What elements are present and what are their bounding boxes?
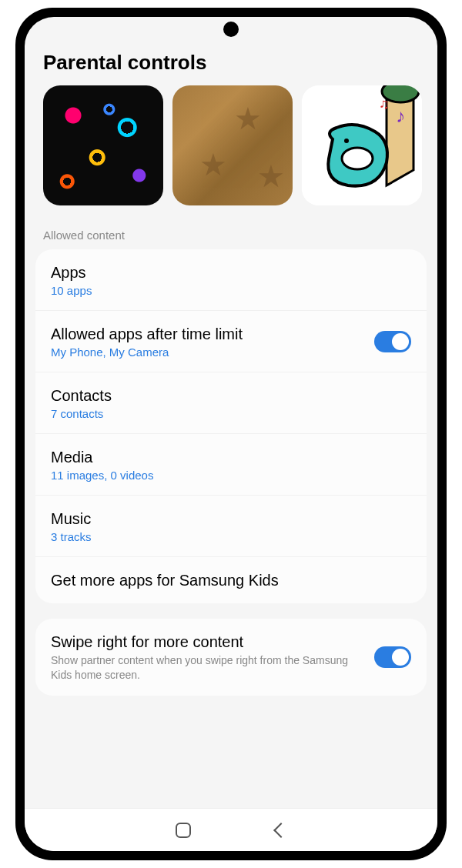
get-more-title: Get more apps for Samsung Kids: [51, 570, 411, 590]
thumbnail-space-doodles[interactable]: [43, 85, 163, 205]
navigation-bar: [25, 808, 437, 851]
svg-point-3: [344, 139, 349, 143]
swipe-title: Swipe right for more content: [51, 632, 363, 652]
row-allowed-after-limit[interactable]: Allowed apps after time limit My Phone, …: [35, 311, 427, 372]
row-music[interactable]: Music 3 tracks: [35, 496, 427, 557]
nav-back-icon[interactable]: [273, 823, 289, 838]
thumbnail-row[interactable]: ♪ ♫: [25, 85, 437, 221]
row-get-more-apps[interactable]: Get more apps for Samsung Kids: [35, 557, 427, 603]
section-allowed-content-header: Allowed content: [25, 221, 437, 249]
media-title: Media: [51, 447, 411, 467]
allowed-after-limit-title: Allowed apps after time limit: [51, 324, 363, 344]
phone-frame: Parental controls ♪ ♫: [15, 8, 447, 860]
music-title: Music: [51, 509, 411, 529]
row-media[interactable]: Media 11 images, 0 videos: [35, 434, 427, 496]
camera-notch: [223, 22, 239, 37]
contacts-title: Contacts: [51, 386, 411, 406]
content-scroll[interactable]: Parental controls ♪ ♫: [25, 17, 437, 808]
row-swipe-right[interactable]: Swipe right for more content Show partne…: [35, 619, 427, 696]
phone-screen: Parental controls ♪ ♫: [25, 17, 437, 851]
media-sub: 11 images, 0 videos: [51, 469, 411, 482]
thumbnail-singing-whale[interactable]: ♪ ♫: [302, 85, 422, 205]
allowed-after-limit-toggle[interactable]: [374, 331, 411, 352]
allowed-content-card: Apps 10 apps Allowed apps after time lim…: [35, 249, 427, 603]
nav-recent-icon[interactable]: [176, 823, 191, 838]
row-contacts[interactable]: Contacts 7 contacts: [35, 372, 427, 434]
contacts-sub: 7 contacts: [51, 407, 411, 420]
apps-sub: 10 apps: [51, 284, 411, 297]
row-apps[interactable]: Apps 10 apps: [35, 249, 427, 311]
swipe-content-card: Swipe right for more content Show partne…: [35, 619, 427, 696]
apps-title: Apps: [51, 262, 411, 282]
svg-point-2: [342, 148, 373, 169]
page-title: Parental controls: [25, 48, 437, 85]
swipe-toggle[interactable]: [374, 646, 411, 668]
allowed-after-limit-sub: My Phone, My Camera: [51, 346, 363, 359]
swipe-desc: Show partner content when you swipe righ…: [51, 653, 363, 683]
thumbnail-leather-stars[interactable]: [172, 85, 293, 205]
music-sub: 3 tracks: [51, 530, 411, 543]
svg-text:♫: ♫: [379, 96, 390, 112]
svg-text:♪: ♪: [396, 105, 405, 126]
